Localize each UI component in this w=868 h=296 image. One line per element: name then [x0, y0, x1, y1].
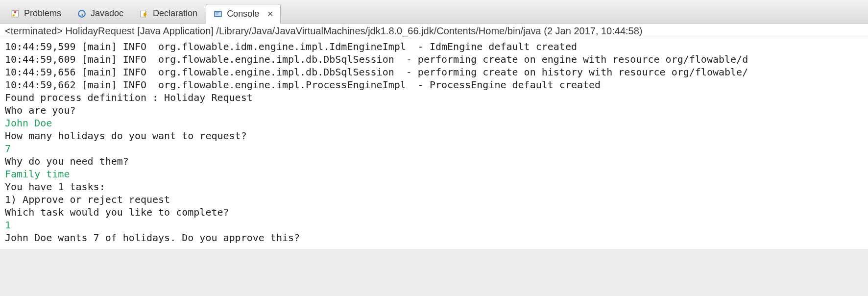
- console-output-line: John Doe wants 7 of holidays. Do you app…: [5, 231, 863, 244]
- tab-label: Javadoc: [91, 8, 123, 19]
- tab-label: Problems: [24, 8, 61, 19]
- console-output-line: You have 1 tasks:: [5, 180, 863, 193]
- console-output-line: Why do you need them?: [5, 155, 863, 168]
- console-output[interactable]: 10:44:59,599 [main] INFO org.flowable.id…: [0, 39, 868, 249]
- problems-icon: [10, 9, 20, 19]
- tab-javadoc[interactable]: a Javadoc: [70, 3, 131, 23]
- console-status: <terminated> HolidayRequest [Java Applic…: [0, 24, 868, 39]
- console-output-line: 10:44:59,662 [main] INFO org.flowable.en…: [5, 78, 863, 91]
- console-input-line: John Doe: [5, 117, 863, 129]
- view-tab-bar: Problems a Javadoc Declaration: [0, 0, 868, 24]
- console-output-line: 10:44:59,599 [main] INFO org.flowable.id…: [5, 40, 863, 53]
- svg-point-2: [12, 14, 15, 17]
- console-icon: [213, 9, 223, 19]
- tab-label: Console: [227, 9, 259, 19]
- console-input-line: 7: [5, 142, 863, 155]
- declaration-icon: [139, 9, 149, 19]
- javadoc-icon: a: [77, 9, 87, 19]
- console-output-line: Which task would you like to complete?: [5, 206, 863, 219]
- console-output-line: How many holidays do you want to request…: [5, 129, 863, 142]
- tab-declaration[interactable]: Declaration: [132, 3, 205, 23]
- console-output-line: 1) Approve or reject request: [5, 193, 863, 206]
- tab-label: Declaration: [153, 8, 197, 19]
- svg-text:a: a: [80, 11, 83, 17]
- console-output-line: Found process definition : Holiday Reque…: [5, 91, 863, 104]
- svg-rect-9: [216, 13, 218, 14]
- console-input-line: Family time: [5, 168, 863, 180]
- console-output-line: 10:44:59,656 [main] INFO org.flowable.en…: [5, 66, 863, 78]
- console-output-line: 10:44:59,609 [main] INFO org.flowable.en…: [5, 53, 863, 66]
- tab-problems[interactable]: Problems: [3, 3, 69, 23]
- close-icon[interactable]: ✕: [267, 9, 273, 19]
- tab-console[interactable]: Console ✕: [206, 4, 281, 24]
- console-output-line: Who are you?: [5, 104, 863, 117]
- console-input-line: 1: [5, 219, 863, 231]
- svg-point-1: [14, 11, 17, 13]
- svg-rect-8: [216, 12, 219, 13]
